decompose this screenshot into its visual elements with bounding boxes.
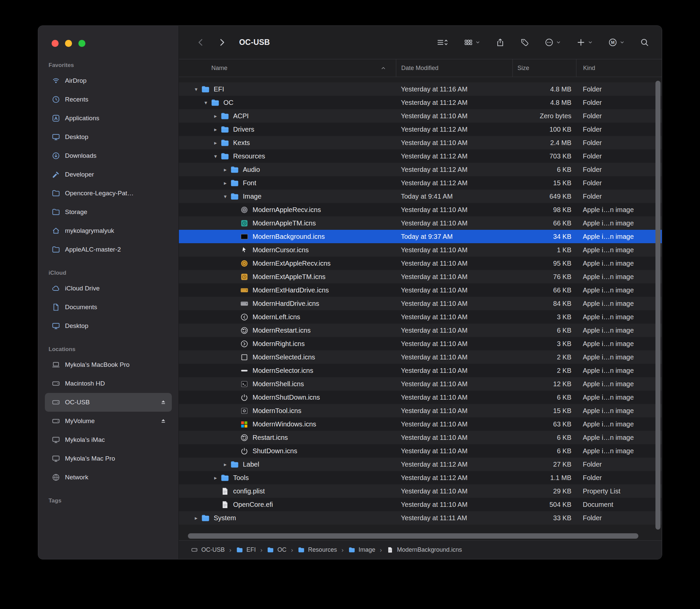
table-row[interactable]: config.plistYesterday at 11:10 AM29 KBPr… (179, 484, 662, 498)
table-row[interactable]: ▸SystemYesterday at 11:11 AM33 KBFolder (179, 511, 662, 525)
table-row[interactable]: OpenCore.efiYesterday at 11:10 AM504 KBD… (179, 498, 662, 511)
more-circle-button[interactable] (545, 38, 561, 47)
back-button[interactable] (196, 38, 205, 47)
table-row[interactable]: ModernShell.icnsYesterday at 11:10 AM12 … (179, 377, 662, 390)
table-row[interactable]: ▸DriversYesterday at 11:12 AM100 KBFolde… (179, 123, 662, 136)
close-button[interactable] (52, 40, 58, 47)
disclosure-chevron[interactable]: ▸ (191, 515, 201, 521)
disclosure-chevron[interactable]: ▸ (221, 167, 230, 173)
sidebar-item-icloud-drive[interactable]: iCloud Drive (45, 279, 172, 298)
disclosure-chevron[interactable]: ▾ (221, 193, 230, 199)
sidebar-item-macintosh-hd[interactable]: Macintosh HD (45, 374, 172, 393)
table-row[interactable]: ModernWindows.icnsYesterday at 11:10 AM6… (179, 417, 662, 431)
file-name: Restart.icns (252, 434, 288, 441)
table-row[interactable]: ModernSelector.icnsYesterday at 11:10 AM… (179, 364, 662, 377)
zoom-button[interactable] (78, 40, 85, 47)
table-row[interactable]: ▸KextsYesterday at 11:10 AM2.4 MBFolder (179, 136, 662, 150)
column-header-name[interactable]: Name (179, 59, 396, 77)
disclosure-chevron[interactable]: ▸ (211, 140, 221, 146)
table-row[interactable]: ModernRestart.icnsYesterday at 11:10 AM6… (179, 324, 662, 337)
document-icon (221, 500, 229, 509)
tag-button[interactable] (520, 38, 529, 47)
sidebar-item-mykola-s-mac-pro[interactable]: Mykola’s Mac Pro (45, 449, 172, 468)
sidebar-item-oc-usb[interactable]: OC-USB (45, 393, 172, 412)
vertical-scrollbar[interactable] (655, 81, 661, 529)
table-row[interactable]: ModernSelected.icnsYesterday at 11:10 AM… (179, 350, 662, 364)
horizontal-scrollbar[interactable] (188, 533, 638, 539)
forward-button[interactable] (217, 38, 226, 47)
table-row[interactable]: ▸ACPIYesterday at 11:10 AMZero bytesFold… (179, 109, 662, 123)
path-item-efi[interactable]: EFI (236, 546, 256, 553)
minimize-button[interactable] (65, 40, 72, 47)
disclosure-chevron[interactable]: ▸ (211, 475, 221, 481)
sidebar-item-desktop[interactable]: Desktop (45, 128, 172, 146)
column-header-size[interactable]: Size (512, 59, 576, 77)
path-item-oc-usb[interactable]: OC-USB (191, 546, 225, 553)
table-row[interactable]: ▾ImageToday at 9:41 AM649 KBFolder (179, 190, 662, 203)
table-row[interactable]: ▸AudioYesterday at 11:12 AM6 KBFolder (179, 163, 662, 176)
path-item-image[interactable]: Image (348, 546, 375, 553)
column-header-kind[interactable]: Kind (576, 59, 662, 77)
table-row[interactable]: ▸LabelYesterday at 11:12 AM27 KBFolder (179, 457, 662, 471)
search-button[interactable] (640, 38, 649, 47)
background-black-icon (240, 232, 249, 241)
table-row[interactable]: ModernCursor.icnsYesterday at 11:10 AM1 … (179, 243, 662, 257)
table-row[interactable]: ModernHardDrive.icnsYesterday at 11:10 A… (179, 297, 662, 310)
file-size: 2.4 MB (512, 139, 576, 147)
path-item-resources[interactable]: Resources (298, 546, 337, 553)
table-row[interactable]: ModernExtAppleTM.icnsYesterday at 11:10 … (179, 270, 662, 283)
sidebar-item-label: Desktop (65, 322, 88, 330)
sidebar-item-myvolume[interactable]: MyVolume (45, 412, 172, 431)
sidebar-item-airdrop[interactable]: AirDrop (45, 71, 172, 90)
table-row[interactable]: ModernAppleTM.icnsYesterday at 11:10 AM6… (179, 216, 662, 230)
sidebar-item-storage[interactable]: Storage (45, 203, 172, 222)
disclosure-chevron[interactable]: ▸ (211, 113, 221, 119)
sidebar-item-applications[interactable]: Applications (45, 109, 172, 128)
group-grid-button[interactable] (464, 38, 480, 47)
sidebar-item-opencore-legacy-pat[interactable]: Opencore-Legacy-Pat… (45, 184, 172, 203)
path-item-modernbackground-icns[interactable]: ModernBackground.icns (386, 546, 462, 553)
eject-icon[interactable] (159, 417, 167, 425)
sidebar-item-label: iCloud Drive (65, 285, 100, 292)
view-list-button[interactable] (436, 38, 449, 47)
sidebar-item-downloads[interactable]: Downloads (45, 146, 172, 165)
table-row[interactable]: ▸ToolsYesterday at 11:12 AM1.1 MBFolder (179, 471, 662, 484)
disclosure-chevron[interactable]: ▸ (221, 180, 230, 186)
table-row[interactable]: ModernRight.icnsYesterday at 11:10 AM3 K… (179, 337, 662, 350)
sidebar-item-mykola-s-macbook-pro[interactable]: Mykola’s MacBook Pro (45, 355, 172, 374)
table-row[interactable]: ▸FontYesterday at 11:12 AM15 KBFolder (179, 176, 662, 190)
table-row[interactable]: ModernLeft.icnsYesterday at 11:10 AM3 KB… (179, 310, 662, 324)
table-row[interactable]: ▾OCYesterday at 11:12 AM4.8 MBFolder (179, 96, 662, 109)
table-row[interactable]: ModernTool.icnsYesterday at 11:10 AM15 K… (179, 404, 662, 417)
eject-icon[interactable] (159, 399, 167, 406)
sidebar-item-network[interactable]: Network (45, 468, 172, 487)
disclosure-chevron[interactable]: ▸ (221, 461, 230, 468)
sidebar-item-mykolagrymalyuk[interactable]: mykolagrymalyuk (45, 222, 172, 240)
sidebar-item-mykola-s-imac[interactable]: Mykola’s iMac (45, 431, 172, 449)
sidebar-item-documents[interactable]: Documents (45, 298, 172, 316)
table-row[interactable]: ModernShutDown.icnsYesterday at 11:10 AM… (179, 390, 662, 404)
table-row[interactable]: ▾EFIYesterday at 11:16 AM4.8 MBFolder (179, 82, 662, 96)
table-row[interactable]: ModernExtHardDrive.icnsYesterday at 11:1… (179, 283, 662, 297)
disclosure-chevron[interactable]: ▾ (211, 153, 221, 159)
sidebar-item-recents[interactable]: Recents (45, 90, 172, 109)
column-header-date[interactable]: Date Modified (396, 59, 512, 77)
table-row[interactable]: ShutDown.icnsYesterday at 11:10 AM6 KBAp… (179, 444, 662, 457)
path-item-oc[interactable]: OC (267, 546, 286, 553)
table-row[interactable]: ModernExtAppleRecv.icnsYesterday at 11:1… (179, 257, 662, 270)
table-row[interactable]: ModernBackground.icnsToday at 9:37 AM34 … (179, 230, 662, 243)
sidebar-item-developer[interactable]: Developer (45, 165, 172, 184)
disclosure-chevron[interactable]: ▾ (201, 100, 211, 106)
sidebar-item-applealc-master-2[interactable]: AppleALC-master-2 (45, 240, 172, 259)
add-button[interactable] (576, 38, 593, 47)
file-name: ModernAppleTM.icns (252, 220, 316, 227)
share-button[interactable] (496, 38, 505, 47)
sidebar-sections: FavoritesAirDropRecentsApplicationsDeskt… (38, 59, 178, 507)
table-row[interactable]: ▾ResourcesYesterday at 11:12 AM703 KBFol… (179, 150, 662, 163)
account-button[interactable]: M (608, 38, 625, 47)
table-row[interactable]: Restart.icnsYesterday at 11:10 AM6 KBApp… (179, 431, 662, 444)
sidebar-item-desktop[interactable]: Desktop (45, 316, 172, 335)
disclosure-chevron[interactable]: ▸ (211, 126, 221, 133)
table-row[interactable]: ModernAppleRecv.icnsYesterday at 11:10 A… (179, 203, 662, 216)
disclosure-chevron[interactable]: ▾ (191, 86, 201, 92)
